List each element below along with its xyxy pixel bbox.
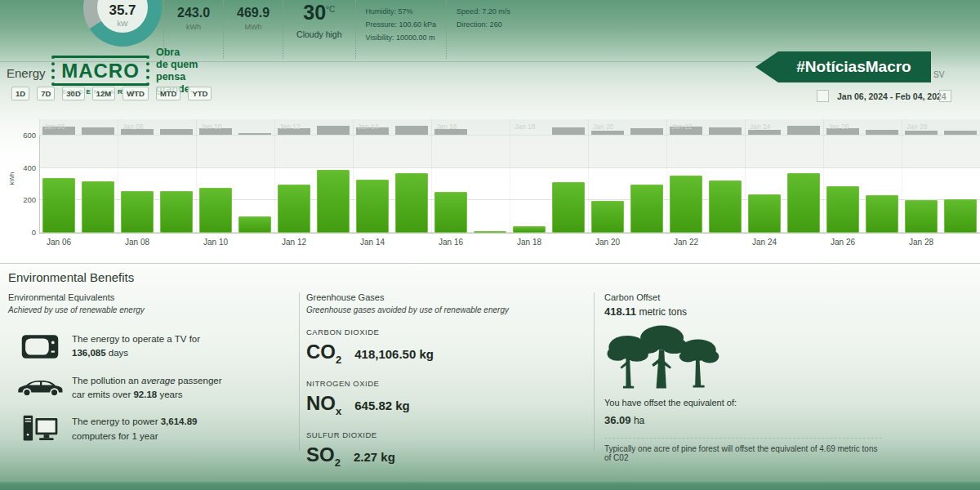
environmental-equivalents-column: Environmental Equivalents Achieved by us… xyxy=(8,292,278,443)
equivalent-text-car: The pollution an average passenger car e… xyxy=(72,374,231,403)
chart-bar xyxy=(160,191,193,233)
current-power-value: 35.7 xyxy=(82,2,163,19)
chart-bar xyxy=(42,178,75,233)
gases-title: Greenhouse Gases xyxy=(306,292,576,302)
date-range-label[interactable]: Jan 06, 2024 - Feb 04, 2024 xyxy=(837,91,947,101)
energy-bar-chart: Jan 06Jan 08Jan 10Jan 12Jan 14Jan 16Jan … xyxy=(0,119,980,254)
carbon-offset-column: Carbon Offset 418.11 metric tons xyxy=(604,292,886,462)
energy-today-unit: kWh xyxy=(177,23,210,31)
navigator-date-label: Jan 12 xyxy=(279,122,301,131)
chart-bar xyxy=(944,199,977,233)
weather-wind-direction: Direction: 260 xyxy=(457,19,510,32)
y-tick-label: 0 xyxy=(0,228,36,237)
chart-bar xyxy=(434,192,467,233)
range-button-ytd[interactable]: YTD xyxy=(188,87,212,100)
equivalent-item-computer: The energy to power 3,614.89 computers f… xyxy=(8,415,278,443)
range-button-7d[interactable]: 7D xyxy=(37,87,55,100)
weather-visibility: Visibility: 10000.00 m xyxy=(366,32,437,45)
gridline-vertical xyxy=(431,119,432,233)
gas-label-nox: NITROGEN OXIDE xyxy=(306,379,576,388)
macro-logo-text: MACRO xyxy=(61,60,140,82)
x-tick-label: Jan 20 xyxy=(583,238,632,247)
tv-icon xyxy=(8,333,72,360)
weather-temp-block: 30°C Cloudy high xyxy=(283,0,354,39)
weather-details-col1: Humidity: 57% Pressure: 100.60 kPa Visib… xyxy=(356,0,447,44)
chart-bar xyxy=(670,176,702,233)
chart-section-title: Energy xyxy=(7,66,46,80)
gridline-vertical xyxy=(588,119,589,233)
calendar-end-box[interactable] xyxy=(939,90,951,102)
gas-item-nox: NITROGEN OXIDE NOx 645.82 kg xyxy=(306,379,576,417)
chart-bar xyxy=(513,226,546,233)
chart-bar xyxy=(709,180,742,233)
gridline-vertical xyxy=(745,119,746,233)
chart-bar xyxy=(238,216,271,233)
current-power-unit: kW xyxy=(82,20,163,28)
navigator-date-label: Jan 22 xyxy=(671,122,693,131)
y-tick-label: 200 xyxy=(0,195,36,204)
gridline-vertical xyxy=(902,119,902,233)
x-tick-label: Jan 26 xyxy=(818,238,867,247)
chart-bar xyxy=(474,231,506,233)
gridline-vertical xyxy=(118,119,118,233)
chart-bar xyxy=(826,186,859,233)
weather-condition: Cloudy high xyxy=(296,29,341,39)
calendar-start-box[interactable] xyxy=(817,90,829,102)
chart-bar xyxy=(748,194,781,233)
gas-label-so2: SULFUR DIOXIDE xyxy=(306,430,576,439)
range-button-1d[interactable]: 1D xyxy=(11,87,29,100)
top-stats-row: 35.7 kW 243.0 kWh 469.9 MWh 30°C Cloudy … xyxy=(82,0,520,61)
chart-bar xyxy=(787,173,820,233)
bottom-accent-bar xyxy=(0,482,980,490)
energy-today-value: 243.0 xyxy=(177,6,210,20)
greenhouse-gases-column: Greenhouse Gases Greenhouse gases avoide… xyxy=(306,292,576,468)
chart-bar xyxy=(356,180,389,233)
weather-details-col2: Speed: 7.20 m/s Direction: 260 xyxy=(447,0,520,32)
x-tick-label: Jan 08 xyxy=(113,238,162,247)
gas-label-co2: CARBON DIOXIDE xyxy=(306,327,576,336)
gas-formula-co2: CO2 xyxy=(306,341,341,366)
y-tick-label: 400 xyxy=(0,163,36,172)
navigator-date-label: Jan 18 xyxy=(514,122,536,131)
equivalents-title: Environmental Equivalents xyxy=(8,292,278,302)
gridline-vertical xyxy=(666,119,667,233)
column-divider xyxy=(594,292,595,451)
gas-item-so2: SULFUR DIOXIDE SO2 2.27 kg xyxy=(306,430,576,469)
range-button-wtd[interactable]: WTD xyxy=(122,87,149,100)
chart-bar xyxy=(199,188,232,233)
offset-equivalent-label: You have offset the equivalent of: xyxy=(604,398,886,408)
section-divider xyxy=(0,263,980,264)
column-divider xyxy=(299,292,300,451)
energy-total-stat: 469.9 MWh xyxy=(224,0,283,31)
chart-bar xyxy=(866,195,898,233)
csv-link-partial[interactable]: SV xyxy=(933,70,944,79)
gases-subtitle: Greenhouse gases avoided by use of renew… xyxy=(306,305,576,314)
x-tick-label: Jan 10 xyxy=(191,238,240,247)
noticias-macro-banner: #NotíciasMacro xyxy=(755,51,931,82)
chart-bar xyxy=(317,170,350,233)
x-tick-label: Jan 18 xyxy=(505,238,554,247)
x-tick-label: Jan 24 xyxy=(740,238,789,247)
range-button-30d[interactable]: 30D xyxy=(62,87,84,100)
temperature-value: 30 xyxy=(303,1,326,24)
chart-bar xyxy=(121,191,154,233)
navigator-date-label: Jan 08 xyxy=(122,122,144,131)
equivalents-subtitle: Achieved by use of renewable energy xyxy=(8,305,278,314)
y-axis-title: kWh xyxy=(8,172,16,185)
x-tick-label: Jan 22 xyxy=(662,238,710,247)
x-tick-label: Jan 16 xyxy=(426,238,475,247)
equivalent-item-car: The pollution an average passenger car e… xyxy=(8,374,278,403)
equivalent-text-tv: The energy to operate a TV for 136,085 d… xyxy=(72,332,231,361)
range-button-12m[interactable]: 12M xyxy=(92,87,115,100)
gas-formula-so2: SO2 xyxy=(306,443,341,469)
macro-logo: MACRO xyxy=(51,56,149,86)
navigator-date-label: Jan 24 xyxy=(750,122,771,131)
range-button-mtd[interactable]: MTD xyxy=(156,87,181,100)
navigator-date-label: Jan 20 xyxy=(593,122,614,131)
gas-value-nox: 645.82 kg xyxy=(354,399,410,412)
gridline-vertical xyxy=(196,119,197,233)
equivalent-text-computer: The energy to power 3,614.89 computers f… xyxy=(72,415,231,443)
navigator-date-label: Jan 14 xyxy=(358,122,379,131)
chart-bar xyxy=(82,181,114,233)
x-tick-label: Jan 06 xyxy=(34,238,83,247)
